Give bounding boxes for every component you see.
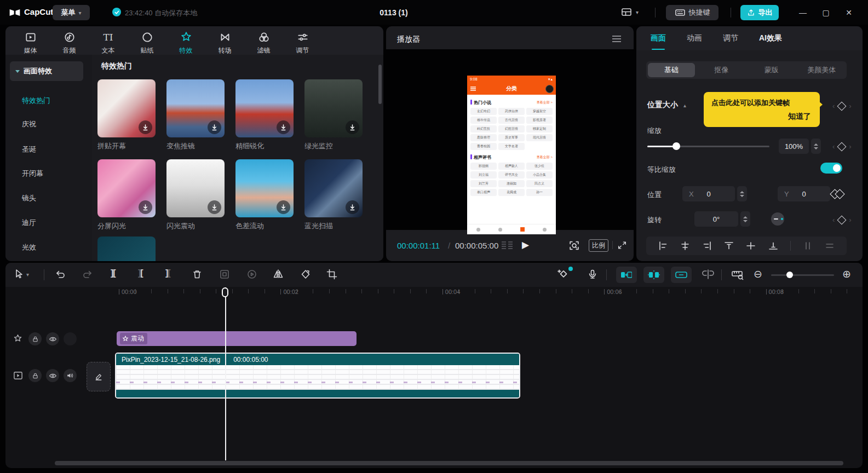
phone-tag[interactable]: 刘立福 xyxy=(470,171,497,178)
keyframe-prev-icon[interactable]: ‹ xyxy=(832,102,835,110)
phone-tag[interactable]: 玄幻奇幻 xyxy=(470,108,497,115)
shortcuts-button[interactable]: 快捷键 xyxy=(666,5,718,20)
phone-tag[interactable]: 现代言情 xyxy=(526,134,553,141)
uniform-scale-toggle[interactable] xyxy=(820,163,842,174)
effect-track-extra-button[interactable] xyxy=(64,332,77,345)
playhead-handle[interactable] xyxy=(222,287,228,297)
effect-card[interactable]: 蓝光扫描 xyxy=(304,159,363,231)
split-keep-right-button[interactable]: ][ xyxy=(165,268,170,278)
effect-card[interactable]: 色差流动 xyxy=(235,159,294,231)
keyframe-diamond-icon[interactable] xyxy=(837,142,847,151)
phone-tag[interactable]: 连丽如 xyxy=(498,180,525,187)
effect-thumbnail[interactable] xyxy=(304,159,363,217)
align-middle-vertical-icon[interactable] xyxy=(746,241,756,251)
rotate-stepper[interactable] xyxy=(740,211,750,227)
timeline-scale-button[interactable] xyxy=(731,268,744,281)
phone-tag[interactable]: 文学名著 xyxy=(498,143,525,150)
phone-tag[interactable]: 青春校园 xyxy=(470,143,497,150)
snap-toggle-button[interactable] xyxy=(616,267,637,283)
align-bottom-icon[interactable] xyxy=(768,241,778,251)
play-button[interactable]: ▶ xyxy=(522,239,529,251)
view-all-link[interactable]: 查看全部 > xyxy=(537,155,553,160)
subtab-basic[interactable]: 基础 xyxy=(648,63,695,77)
subtab-cutout[interactable]: 抠像 xyxy=(698,63,745,77)
keyframe-control-scale[interactable]: ‹ › xyxy=(832,142,852,151)
video-clip[interactable]: PixPin_2023-12-15_21-08-26.png 00:00:05:… xyxy=(115,353,520,399)
rotate-field[interactable]: 0° xyxy=(694,211,738,227)
select-tool-button[interactable]: ▾ xyxy=(14,269,29,280)
position-x-stepper[interactable] xyxy=(737,186,747,201)
export-button[interactable]: 导出 xyxy=(740,5,779,20)
keyframe-control-rotate[interactable]: ‹ › xyxy=(832,216,852,224)
phone-tag[interactable]: 独家定制 xyxy=(526,125,553,132)
phone-tag[interactable]: 幻想言情 xyxy=(498,125,525,132)
maximize-button[interactable]: ▢ xyxy=(815,0,837,25)
effect-card[interactable]: 闪光震动 xyxy=(166,159,225,231)
timeline-ruler[interactable]: 00:00 00:0200:0400:0600:08 xyxy=(5,287,863,299)
minimize-button[interactable]: — xyxy=(792,0,814,25)
tab-adjust[interactable]: 调节 xyxy=(283,26,322,55)
layout-switch-button[interactable]: ▾ xyxy=(620,7,639,18)
tab-text[interactable]: TI 文本 xyxy=(89,26,128,55)
ratio-button[interactable]: 比例 xyxy=(589,239,608,252)
phone-tag[interactable]: 影视原著 xyxy=(526,117,553,124)
keyframe-double-diamond-icon[interactable] xyxy=(831,187,846,200)
link-toggle-button[interactable] xyxy=(671,267,692,283)
align-center-horizontal-icon[interactable] xyxy=(680,241,690,251)
download-icon[interactable] xyxy=(346,120,359,134)
tab-ai-effects[interactable]: AI效果 xyxy=(759,33,782,43)
keyframe-control-position-size[interactable]: ‹ › xyxy=(832,102,852,110)
tab-filters[interactable]: 滤镜 xyxy=(244,26,283,55)
phone-tag[interactable]: 相声新人 xyxy=(498,163,525,170)
align-right-icon[interactable] xyxy=(702,241,712,251)
split-button[interactable]: ][ xyxy=(111,268,116,278)
slider-thumb[interactable] xyxy=(786,272,793,278)
phone-tag[interactable]: 郭德纲 xyxy=(470,163,497,170)
scale-value-field[interactable]: 100% xyxy=(779,139,809,154)
fullscreen-icon[interactable] xyxy=(617,240,627,250)
effect-card[interactable]: 精细锐化 xyxy=(235,79,294,151)
close-button[interactable]: ✕ xyxy=(838,0,860,25)
video-track-mute-button[interactable] xyxy=(64,369,77,382)
phone-tag[interactable]: 悬疑推理 xyxy=(470,134,497,141)
effect-thumbnail[interactable] xyxy=(97,79,156,137)
effects-scrollbar[interactable] xyxy=(378,65,382,104)
effect-thumbnail[interactable] xyxy=(166,79,225,137)
menu-button[interactable]: 菜单 ▾ xyxy=(53,5,90,20)
sidebar-item-christmas[interactable]: 圣诞 xyxy=(22,144,36,155)
download-icon[interactable] xyxy=(346,200,359,214)
download-icon[interactable] xyxy=(208,120,221,134)
player-menu-icon[interactable] xyxy=(612,35,622,43)
download-icon[interactable] xyxy=(277,200,290,214)
mirror-button[interactable] xyxy=(273,269,284,280)
timeline-zoom-slider[interactable] xyxy=(771,271,834,279)
video-track-visibility-button[interactable] xyxy=(46,369,59,382)
undo-button[interactable] xyxy=(55,269,66,280)
scale-stepper[interactable] xyxy=(811,139,821,154)
phone-tag[interactable]: 刘兰芳 xyxy=(470,180,497,187)
download-icon[interactable] xyxy=(208,200,221,214)
subtab-mask[interactable]: 蒙版 xyxy=(748,63,795,77)
delete-button[interactable] xyxy=(192,269,203,280)
rotate-button[interactable] xyxy=(300,269,311,280)
record-voiceover-button[interactable] xyxy=(587,268,598,280)
effect-thumbnail[interactable] xyxy=(97,159,156,217)
phone-tag[interactable]: 古代言情 xyxy=(498,117,525,124)
effect-thumbnail[interactable] xyxy=(304,79,363,137)
distribute-horizontal-icon[interactable] xyxy=(803,241,813,251)
sidebar-item-celebrate[interactable]: 庆祝 xyxy=(22,119,36,130)
phone-tag[interactable]: 小品合集 xyxy=(526,171,553,178)
keyframe-diamond-icon[interactable] xyxy=(837,101,847,111)
tab-adjust-panel[interactable]: 调节 xyxy=(723,33,738,43)
download-icon[interactable] xyxy=(277,120,290,134)
effect-thumbnail[interactable] xyxy=(97,236,156,261)
keyframe-next-icon[interactable]: › xyxy=(849,102,851,110)
distribute-vertical-icon[interactable] xyxy=(825,241,835,251)
scale-slider[interactable] xyxy=(647,142,769,150)
effect-clip[interactable]: 震动 xyxy=(117,331,357,346)
effect-thumbnail[interactable] xyxy=(235,79,294,137)
slider-thumb[interactable] xyxy=(672,142,680,150)
align-top-icon[interactable] xyxy=(724,241,734,251)
effect-thumbnail[interactable] xyxy=(166,159,225,217)
phone-tag[interactable]: 历史军事 xyxy=(498,134,525,141)
